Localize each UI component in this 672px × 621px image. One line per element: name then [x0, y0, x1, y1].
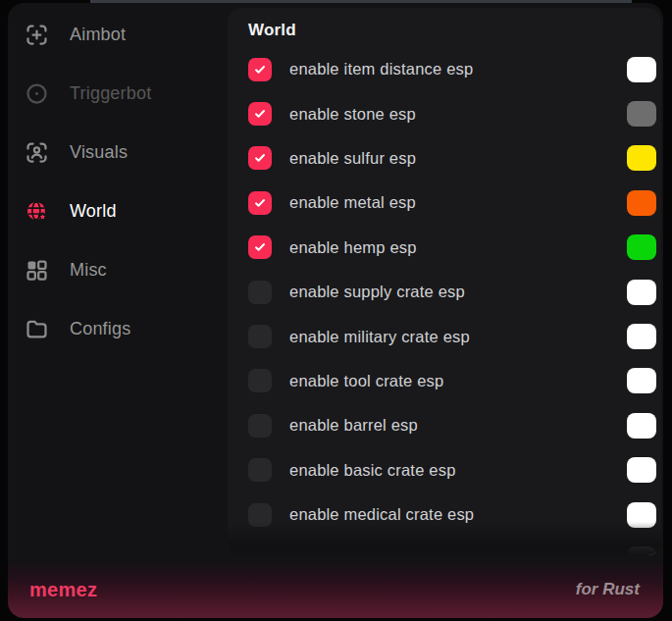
sidebar-item-label: Misc: [70, 260, 107, 281]
esp-checkbox[interactable]: [248, 146, 272, 170]
color-swatch[interactable]: [627, 324, 656, 349]
globe-star-icon: [24, 198, 50, 225]
color-swatch[interactable]: [627, 546, 656, 555]
esp-row: enable metal esp: [228, 181, 661, 225]
cheat-menu-window: Aimbot Triggerbot Visuals: [8, 3, 663, 618]
esp-checkbox[interactable]: [248, 325, 272, 348]
esp-checkbox[interactable]: [248, 369, 272, 392]
sidebar-item-world[interactable]: World: [8, 181, 228, 240]
esp-label[interactable]: enable sulfur esp: [289, 149, 416, 168]
color-swatch[interactable]: [627, 457, 656, 483]
esp-label[interactable]: enable item distance esp: [289, 60, 473, 78]
esp-checkbox[interactable]: [248, 458, 272, 482]
esp-checkbox[interactable]: [248, 102, 272, 126]
esp-label[interactable]: enable military crate esp: [289, 328, 470, 346]
crosshair-icon: [24, 22, 50, 48]
footer-tagline: for Rust: [576, 580, 640, 599]
esp-label[interactable]: enable basic crate esp: [289, 461, 456, 480]
sidebar-item-triggerbot[interactable]: Triggerbot: [8, 64, 228, 123]
color-swatch[interactable]: [627, 101, 656, 127]
color-swatch[interactable]: [627, 280, 656, 305]
panel-title: World: [228, 8, 661, 47]
esp-label[interactable]: enable medical crate esp: [289, 505, 474, 524]
grid-icon: [24, 257, 50, 284]
color-swatch[interactable]: [627, 368, 656, 393]
world-settings-panel: World enable item distance esp enable st…: [228, 8, 661, 555]
folder-icon: [24, 316, 50, 342]
checkmark-icon: [252, 62, 268, 78]
person-scan-icon: [24, 139, 50, 166]
esp-checkbox[interactable]: [248, 281, 272, 304]
esp-row: enable hemp esp: [228, 226, 661, 270]
esp-list: enable item distance esp enable stone es…: [228, 47, 661, 555]
sidebar-item-visuals[interactable]: Visuals: [8, 123, 228, 181]
esp-row: enable tool crate esp: [228, 359, 661, 403]
esp-label[interactable]: enable tool crate esp: [289, 372, 443, 390]
esp-row: enable medical crate esp: [228, 492, 661, 537]
checkmark-icon: [252, 239, 268, 255]
checkmark-icon: [252, 106, 268, 122]
sidebar-item-configs[interactable]: Configs: [8, 299, 228, 358]
esp-checkbox[interactable]: [248, 235, 272, 259]
esp-row: enable barrel esp: [228, 403, 661, 447]
esp-label[interactable]: enable barrel esp: [289, 416, 418, 435]
esp-label[interactable]: enable stone esp: [289, 105, 416, 124]
footer-bar: memez for Rust: [8, 561, 663, 618]
esp-row: enable stone esp: [228, 91, 661, 135]
sidebar-item-label: Visuals: [70, 142, 128, 163]
color-swatch[interactable]: [627, 413, 656, 439]
esp-checkbox[interactable]: [248, 58, 272, 81]
color-swatch[interactable]: [627, 502, 656, 528]
esp-label[interactable]: enable supply crate esp: [289, 283, 465, 301]
esp-row: enable supply crate esp: [228, 270, 661, 314]
esp-label[interactable]: enable metal esp: [289, 193, 416, 212]
sidebar-item-label: World: [70, 201, 117, 222]
sidebar: Aimbot Triggerbot Visuals: [8, 5, 228, 358]
sidebar-item-misc[interactable]: Misc: [8, 240, 228, 299]
esp-checkbox[interactable]: [248, 547, 272, 555]
esp-row: enable basic crate esp: [228, 448, 661, 492]
esp-checkbox[interactable]: [248, 414, 272, 438]
sidebar-item-label: Aimbot: [70, 25, 126, 45]
color-swatch[interactable]: [627, 145, 656, 171]
esp-checkbox[interactable]: [248, 191, 272, 215]
checkmark-icon: [252, 195, 268, 211]
esp-label[interactable]: enable hemp esp: [289, 238, 417, 257]
checkmark-icon: [252, 150, 268, 166]
color-swatch[interactable]: [627, 57, 656, 82]
color-swatch[interactable]: [627, 190, 656, 216]
brand-logo: memez: [29, 579, 97, 601]
esp-row: enable sulfur esp: [228, 136, 661, 181]
circle-dot-icon: [24, 80, 50, 107]
sidebar-item-label: Configs: [70, 319, 130, 339]
esp-row: [228, 537, 661, 555]
esp-row: enable military crate esp: [228, 314, 661, 358]
sidebar-item-label: Triggerbot: [70, 83, 151, 104]
color-swatch[interactable]: [627, 234, 656, 260]
esp-row: enable item distance esp: [228, 47, 661, 91]
sidebar-item-aimbot[interactable]: Aimbot: [8, 5, 228, 64]
esp-checkbox[interactable]: [248, 503, 272, 527]
